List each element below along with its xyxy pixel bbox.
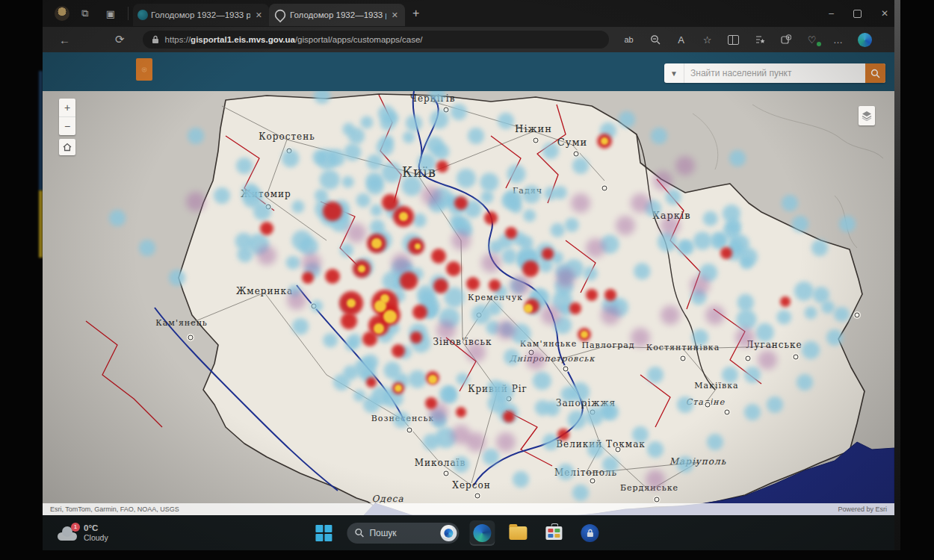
taskbar-store-icon[interactable] — [541, 520, 566, 546]
heat-dot-b — [736, 310, 756, 330]
heat-dot-b — [501, 249, 516, 264]
browser-tab-2[interactable]: Голодомор 1932—1933 років в ✕ — [269, 4, 405, 26]
heat-dot-b — [311, 300, 323, 312]
heat-dot-b — [328, 149, 345, 167]
zoom-in-button[interactable]: + — [59, 99, 75, 117]
heat-dot-r — [400, 272, 418, 290]
heat-dot-r — [412, 305, 427, 320]
heat-dot-b — [433, 144, 449, 160]
zoom-out-button[interactable]: − — [59, 117, 75, 135]
add-collection-icon[interactable] — [779, 33, 793, 46]
search-button[interactable] — [865, 63, 885, 83]
taskbar-lock-app-icon[interactable] — [577, 520, 602, 546]
taskbar-file-explorer-icon[interactable] — [505, 520, 531, 546]
tab-actions-icon[interactable]: ▣ — [101, 4, 120, 23]
heat-dot-r — [780, 296, 791, 307]
heat-dot-p — [631, 328, 650, 347]
heat-dot-p — [646, 470, 665, 489]
heat-dot-r — [720, 247, 732, 259]
heat-dot-b — [826, 329, 843, 346]
zoom-out-icon[interactable] — [649, 33, 662, 46]
weather-widget[interactable]: 1 0°C Cloudy — [56, 523, 108, 544]
heat-dot-b — [651, 128, 667, 144]
new-tab-button[interactable]: + — [412, 7, 419, 20]
layers-button[interactable] — [859, 106, 875, 125]
heat-dot-b — [453, 456, 469, 473]
close-tab-icon[interactable]: ✕ — [389, 10, 400, 20]
workspaces-icon[interactable]: ⧉ — [75, 4, 95, 23]
settings-more-icon[interactable]: … — [832, 33, 845, 46]
heat-dot-b — [602, 456, 619, 473]
heat-dot-b — [412, 214, 427, 228]
heat-dot-p — [571, 193, 590, 213]
profile-avatar-icon[interactable] — [55, 6, 69, 21]
heatmap-layer — [43, 91, 894, 515]
heat-dot-b — [370, 204, 382, 216]
heat-dot-b — [253, 202, 271, 220]
heat-dot-b — [565, 218, 578, 231]
address-bar[interactable]: https://gisportal1.eis.mvs.gov.ua/gispor… — [143, 31, 609, 49]
heat-dot-p — [496, 320, 516, 340]
heat-dot-p — [481, 253, 501, 273]
browser-tab-bar: ⧉ ▣ Голодомор 1932—1933 років в ✕ Голодо… — [43, 0, 894, 27]
split-screen-icon[interactable] — [727, 33, 740, 46]
search-icon — [354, 528, 364, 538]
maximize-button[interactable] — [853, 10, 862, 18]
heat-dot-y — [374, 323, 384, 334]
close-tab-icon[interactable]: ✕ — [253, 10, 265, 20]
tab-title: Голодомор 1932—1933 років в — [151, 10, 250, 19]
heat-dot-p — [675, 156, 695, 175]
heat-dot-y — [399, 212, 408, 221]
translate-icon[interactable]: ab — [622, 33, 636, 46]
browser-essentials-icon[interactable]: ♡ — [805, 33, 819, 46]
heat-dot-r — [484, 211, 498, 225]
chevron-down-icon[interactable]: ▼ — [664, 63, 684, 83]
heat-dot-b — [109, 210, 126, 226]
collections-icon[interactable] — [753, 33, 767, 46]
home-button[interactable] — [59, 139, 75, 155]
heat-dot-b — [776, 310, 791, 324]
app-logo[interactable]: ⌾ — [136, 58, 152, 81]
close-window-button[interactable]: ✕ — [881, 8, 888, 19]
heat-dot-b — [241, 183, 259, 200]
weather-temp: 0°C — [84, 523, 98, 532]
copilot-icon[interactable] — [858, 33, 872, 47]
heat-dot-b — [680, 240, 693, 254]
heat-dot-b — [542, 143, 559, 159]
heat-dot-b — [169, 270, 185, 286]
heat-dot-y — [380, 294, 389, 303]
start-button[interactable] — [311, 520, 336, 546]
heat-dot-p — [347, 223, 366, 243]
heat-dot-p — [661, 305, 680, 325]
heat-dot-p — [287, 290, 306, 310]
heat-dot-b — [236, 158, 253, 174]
heat-dot-p — [257, 246, 276, 265]
heat-dot-b — [429, 91, 445, 102]
taskbar-edge-icon[interactable] — [469, 520, 495, 546]
heat-dot-y — [358, 265, 365, 273]
heat-dot-p — [466, 432, 486, 452]
map-canvas[interactable]: ЧернігівНіжинКоростеньСумиКиївЖитомирГад… — [43, 91, 894, 515]
heat-dot-b — [658, 232, 677, 252]
back-button[interactable]: ← — [59, 34, 70, 46]
heat-dot-p — [496, 432, 516, 452]
heat-dot-r — [323, 202, 342, 221]
copilot-search-icon[interactable] — [440, 525, 457, 541]
globe-favicon-icon — [137, 10, 148, 20]
heat-dot-b — [356, 193, 371, 208]
browser-tab-1[interactable]: Голодомор 1932—1933 років в ✕ — [133, 4, 269, 26]
refresh-button[interactable]: ⟳ — [115, 33, 125, 46]
minimize-button[interactable]: – — [829, 8, 834, 19]
favorites-star-icon[interactable]: ☆ — [701, 33, 714, 46]
read-aloud-icon[interactable]: A — [675, 33, 688, 46]
heat-dot-r — [425, 397, 437, 409]
taskbar-search[interactable]: Пошук — [347, 523, 459, 544]
heat-dot-b — [451, 104, 467, 120]
heat-dot-r — [542, 248, 554, 260]
heat-dot-b — [457, 169, 476, 188]
search-input[interactable] — [684, 68, 865, 78]
heat-dot-b — [480, 191, 493, 204]
heat-dot-b — [584, 267, 598, 281]
heat-dot-r — [446, 261, 461, 276]
heat-dot-b — [677, 456, 693, 473]
